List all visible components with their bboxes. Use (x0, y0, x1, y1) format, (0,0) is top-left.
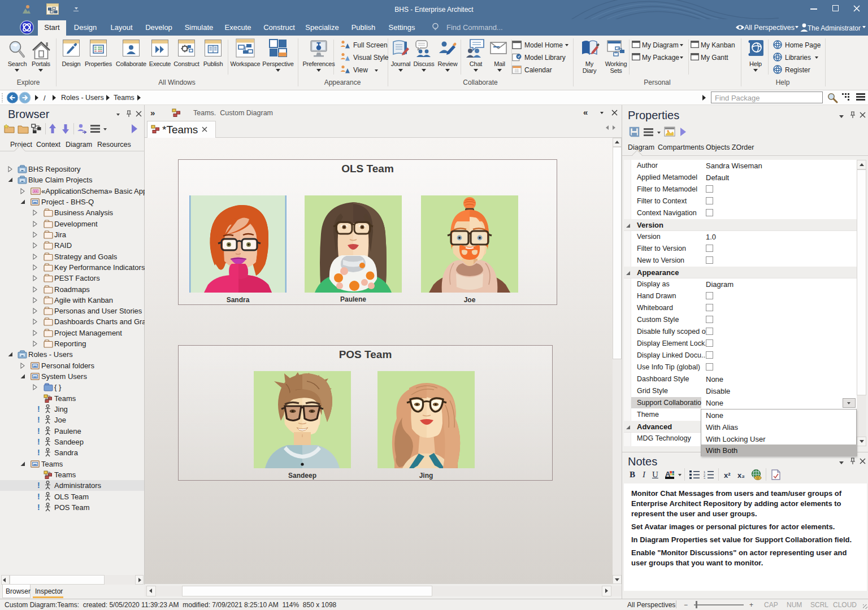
svg-text:3: 3 (704, 477, 705, 480)
